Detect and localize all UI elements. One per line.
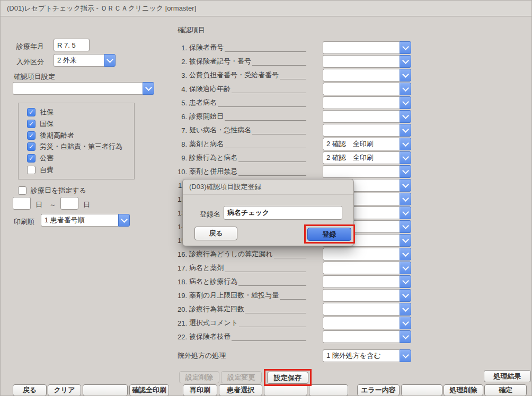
confirm-button[interactable]: 確定 — [484, 384, 527, 396]
empty-button[interactable] — [264, 384, 307, 396]
dialog-register-button[interactable]: 登録 — [307, 228, 351, 241]
checkbox-icon[interactable] — [27, 166, 36, 174]
check-item-select[interactable] — [323, 69, 411, 82]
check-item-select[interactable] — [323, 303, 411, 316]
day-from-input[interactable] — [13, 197, 31, 210]
chevron-down-icon[interactable] — [400, 275, 411, 288]
check-item-select[interactable] — [323, 83, 411, 95]
check-item-select[interactable] — [323, 262, 411, 274]
check-item-row: 20. 診療行為算定回数 — [178, 302, 411, 316]
check-item-row: 5. 患者病名 — [178, 96, 411, 110]
chevron-down-icon[interactable] — [400, 248, 411, 260]
chevron-down-icon[interactable] — [400, 96, 411, 109]
chevron-down-icon[interactable] — [400, 69, 411, 82]
check-item-select[interactable] — [323, 124, 411, 137]
check-item-select[interactable] — [323, 96, 411, 109]
chevron-down-icon[interactable] — [400, 349, 411, 362]
specify-date-checkbox[interactable]: 診療日を指定する — [18, 186, 86, 195]
checkbox-icon[interactable] — [27, 131, 36, 140]
error-content-button[interactable]: エラー内容 — [357, 384, 400, 396]
chevron-down-icon[interactable] — [400, 206, 411, 219]
insurance-checkbox[interactable]: 国保 — [27, 119, 134, 129]
reprint-button[interactable]: 再印刷 — [183, 384, 217, 396]
check-item-select[interactable] — [323, 110, 411, 123]
check-item-select[interactable] — [323, 41, 411, 54]
print-order-select[interactable]: 1 患者番号順 — [41, 214, 130, 227]
clear-button[interactable]: クリア — [48, 384, 81, 396]
chevron-down-icon[interactable] — [400, 83, 411, 95]
insurance-checkbox[interactable]: 労災・自賠責・第三者行為 — [27, 142, 134, 151]
settings-save-button[interactable]: 設定保存 — [267, 372, 308, 384]
check-item-select[interactable]: 2 確認 全印刷 — [323, 151, 411, 164]
check-item-select-value — [323, 55, 400, 68]
check-item-select[interactable] — [323, 289, 411, 302]
check-item-select-value — [323, 289, 400, 302]
chevron-down-icon[interactable] — [143, 82, 154, 95]
year-month-input[interactable] — [54, 39, 90, 51]
settings-delete-button[interactable]: 設定削除 — [179, 371, 219, 383]
check-item-row: 4. 保険適応年齢 — [178, 82, 411, 96]
chevron-down-icon[interactable] — [400, 234, 411, 247]
checkbox-icon[interactable] — [27, 108, 36, 116]
chevron-down-icon[interactable] — [400, 55, 411, 68]
check-item-select[interactable] — [323, 275, 411, 288]
patient-select-button[interactable]: 患者選択 — [219, 384, 262, 396]
dialog-back-button[interactable]: 戻る — [194, 227, 237, 240]
check-item-number: 1. — [178, 44, 187, 52]
inout-select-value: 2 外来 — [54, 54, 104, 67]
underline — [218, 98, 306, 107]
process-delete-button[interactable]: 処理削除 — [444, 384, 483, 396]
register-name-input[interactable] — [224, 206, 342, 220]
empty-button[interactable] — [401, 384, 442, 396]
chevron-down-icon[interactable] — [400, 193, 411, 205]
day-to-input[interactable] — [60, 197, 78, 210]
check-item-select[interactable] — [323, 330, 411, 343]
check-item-select[interactable] — [323, 248, 411, 260]
inout-select[interactable]: 2 外来 — [54, 54, 116, 67]
confirm-print-all-button[interactable]: 確認全印刷 — [129, 384, 169, 396]
checkbox-icon[interactable] — [27, 120, 36, 128]
underline — [280, 291, 306, 300]
check-item-number: 4. — [178, 85, 187, 93]
settings-change-button[interactable]: 設定変更 — [221, 371, 262, 383]
chevron-down-icon[interactable] — [400, 165, 411, 178]
chevron-down-icon[interactable] — [400, 179, 411, 192]
chevron-down-icon[interactable] — [400, 124, 411, 137]
chevron-down-icon[interactable] — [400, 289, 411, 302]
checkbox-icon[interactable] — [27, 154, 36, 163]
insurance-checkbox[interactable]: 自費 — [27, 165, 134, 175]
chevron-down-icon[interactable] — [400, 317, 411, 329]
check-item-row: 21. 選択式コメント — [178, 316, 411, 330]
chevron-down-icon[interactable] — [400, 220, 411, 233]
chevron-down-icon[interactable] — [400, 41, 411, 54]
check-item-row: 1. 保険者番号 — [178, 41, 411, 55]
chevron-down-icon[interactable] — [400, 330, 411, 343]
insurance-checkbox[interactable]: 社保 — [27, 107, 134, 117]
check-item-select-value — [323, 83, 400, 95]
insurance-checkbox[interactable]: 公害 — [27, 154, 134, 163]
out-prescription-select[interactable]: 1 院外処方を含む — [323, 349, 411, 362]
chevron-down-icon[interactable] — [400, 151, 411, 164]
empty-button[interactable] — [309, 384, 348, 396]
chevron-down-icon[interactable] — [400, 303, 411, 316]
empty-button[interactable] — [83, 384, 128, 396]
settings-select[interactable] — [13, 82, 154, 95]
check-item-number: 20. — [178, 305, 187, 313]
check-item-select[interactable] — [323, 55, 411, 68]
chevron-down-icon[interactable] — [400, 138, 411, 150]
chevron-down-icon[interactable] — [118, 214, 130, 227]
chevron-down-icon[interactable] — [104, 54, 116, 67]
chevron-down-icon[interactable] — [400, 110, 411, 123]
chevron-down-icon[interactable] — [400, 262, 411, 274]
checkbox-icon[interactable] — [18, 186, 26, 195]
check-item-title: 保険適応年齢 — [189, 84, 230, 94]
check-item-select[interactable] — [323, 317, 411, 329]
check-item-select[interactable]: 2 確認 全印刷 — [323, 138, 411, 150]
checkbox-icon[interactable] — [27, 142, 36, 151]
check-item-select-value — [323, 303, 400, 316]
check-item-title: 被保険者枝番 — [189, 332, 230, 341]
check-item-select[interactable] — [323, 165, 411, 178]
insurance-checkbox[interactable]: 後期高齢者 — [27, 131, 134, 140]
process-result-button[interactable]: 処理結果 — [484, 370, 531, 382]
back-button[interactable]: 戻る — [13, 384, 47, 396]
